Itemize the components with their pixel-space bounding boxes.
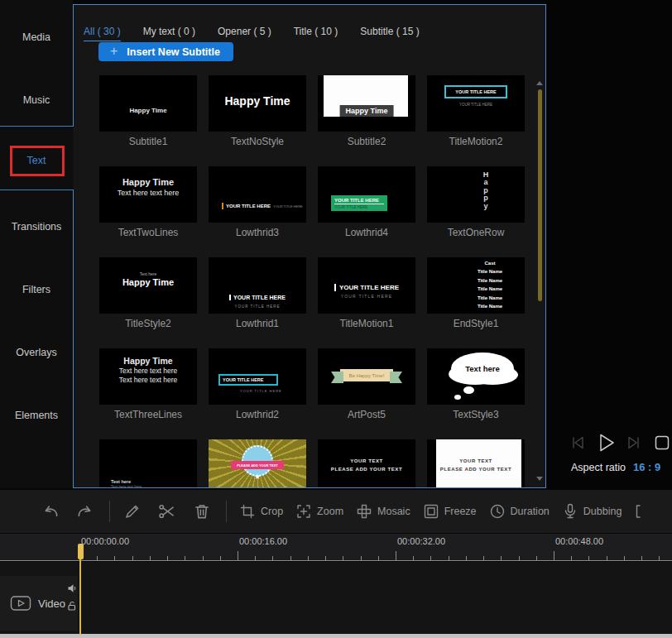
text-style-item-lowthrid3[interactable]: YOUR TITLE HERE YOUR TITLE HERE Lowthrid… [209,166,306,241]
zoom-label: Zoom [317,506,343,517]
text-style-label: TextThreeLines [99,409,197,420]
text-style-item-texttwolines[interactable]: Happy Time Text here text here TextTwoLi… [99,166,197,241]
freeze-button[interactable]: Freeze [422,502,477,520]
text-style-item-endstyle1[interactable]: Cast Title Name Title Name Title Name Ti… [427,257,525,332]
mosaic-button[interactable]: Mosaic [355,502,410,520]
text-style-item-row5-4[interactable]: YOUR TEXT PLEASE ADD YOUR TEXT [427,439,525,488]
preview-subtext: YOUR TITLE HERE [334,205,384,209]
panel-border-gap [73,127,74,189]
edit-text-button[interactable] [122,501,143,521]
zoom-button[interactable]: Zoom [295,502,343,520]
text-style-item-titlemotion1[interactable]: YOUR TITLE HERE YOUR TITLE HERE TitleMot… [318,257,415,332]
thumbnail: Happy [427,166,525,223]
text-style-item-row5-3[interactable]: YOUR TEXT PLEASE ADD YOUR TEXT [318,439,415,488]
video-clip-icon [10,595,31,612]
delete-button[interactable] [191,501,213,521]
text-style-item-row5-1[interactable]: Text here Text here text here [99,439,197,488]
next-frame-button[interactable] [624,434,642,452]
text-style-item-textnostyle[interactable]: Happy Time TextNoStyle [209,75,306,150]
speaker-icon[interactable] [67,583,77,593]
preview-text: Cast [463,261,516,266]
star-icon [254,473,261,481]
thumbnail: YOUR TEXT PLEASE ADD YOUR TEXT [427,439,525,488]
preview-text: Happy Time [340,105,394,117]
freeze-icon [422,502,440,520]
thumbnail: YOUR TITLE HERE YOUR TITLE HERE [209,166,306,223]
play-button[interactable] [594,431,617,454]
clipped-toolbar-button[interactable] [633,502,651,520]
thought-bubble: Text here [451,353,514,384]
preview-subtext: YOUR TITLE HERE [273,204,303,209]
sidebar-item-elements[interactable]: Elements [0,410,73,421]
preview-subtext: Text here text here [99,189,197,197]
text-style-item-subtitle2[interactable]: Happy Time Subtitle2 [318,75,415,150]
edit-toolbar: Crop Zoom Mosaic Freeze Du [0,490,672,533]
thumbnail: Happy Time Text here text here [99,166,197,223]
scroll-up-arrow-icon[interactable] [535,79,545,86]
horizontal-scrollbar[interactable] [0,634,672,638]
video-track-header: Video [0,576,78,631]
tab-my-text[interactable]: My text ( 0 ) [143,26,195,41]
timeline-ruler[interactable]: 00:00:00.00 00:00:16.00 00:00:32.00 00:0… [0,534,672,561]
scrollbar-thumb[interactable] [538,89,542,301]
sidebar-item-transitions[interactable]: Transitions [0,221,73,233]
unlock-icon[interactable] [67,601,77,611]
track-controls [67,583,77,611]
text-style-item-textthreelines[interactable]: Happy Time Text here text here Text here… [99,348,197,423]
undo-button[interactable] [40,501,61,521]
freeze-label: Freeze [444,506,477,517]
text-style-item-textstyle3[interactable]: Text here TextStyle3 [427,348,525,423]
tab-title[interactable]: Title ( 10 ) [294,26,338,41]
sidebar-item-media[interactable]: Media [0,31,73,43]
playhead-handle[interactable] [78,544,84,559]
insert-new-subtitle-button[interactable]: + Insert New Subtitle [98,42,233,61]
playback-controls [569,431,670,454]
text-style-item-lowthrid4[interactable]: YOUR TITLE HERE YOUR TITLE HERE Lowthrid… [318,166,415,241]
tab-opener[interactable]: Opener ( 5 ) [218,26,271,41]
text-style-item-lowthrid2[interactable]: YOUR TITLE HERE YOUR TITLE HERE Lowthrid… [209,348,306,423]
text-style-label: ArtPost5 [318,409,415,420]
scroll-down-arrow-icon[interactable] [535,475,545,482]
credit-row: Title Name [463,276,516,285]
text-style-label: Lowthrid1 [209,318,306,329]
thumbnail: Text here Happy Time [99,257,197,314]
toolbar-divider [109,501,110,522]
previous-frame-button[interactable] [569,434,588,452]
preview-subtext: Text here text here [99,376,197,384]
sidebar-item-overlays[interactable]: Overlays [0,347,73,358]
aspect-ratio-value[interactable]: 16 : 9 [633,461,660,473]
preview-title-box: YOUR TITLE HERE [444,85,507,98]
preview-title-box: YOUR TITLE HERE YOUR TITLE HERE [331,195,387,211]
stop-button[interactable] [654,434,670,451]
preview-title-box: YOUR TITLE HERE [218,374,278,386]
preview-text: Text here [465,364,500,373]
preview-text: YOUR TITLE HERE [334,284,399,291]
sidebar-item-music[interactable]: Music [0,94,73,106]
duration-button[interactable]: Duration [488,502,550,520]
tab-all[interactable]: All ( 30 ) [84,26,121,41]
preview-subtext: Text here text here [99,367,197,375]
text-style-item-textonerow[interactable]: Happy TextOneRow [427,166,525,241]
redo-button[interactable] [74,501,96,521]
text-style-label: TextNoStyle [209,136,306,147]
text-style-item-artpost5[interactable]: Be Happy Time! ArtPost5 [318,348,415,423]
aspect-ratio-label: Aspect ratio [571,462,626,473]
accent-bar [222,203,223,209]
text-style-item-lowthrid1[interactable]: YOUR TITLE HERE YOUR TITLE HERE Lowthrid… [209,257,306,332]
text-style-item-titlestyle2[interactable]: Text here Happy Time TitleStyle2 [99,257,197,332]
text-style-item-subtitle1[interactable]: Happy Time Subtitle1 [99,75,197,150]
sidebar-item-filters[interactable]: Filters [0,284,73,295]
ribbon-end [331,372,343,383]
tab-subtitle[interactable]: Subtitle ( 15 ) [360,26,419,41]
video-track-label: Video [38,597,65,610]
crop-button[interactable]: Crop [238,502,283,520]
text-style-item-titlemotion2[interactable]: YOUR TITLE HERE YOUR TITLE HERE TitleMot… [427,75,525,150]
mosaic-icon [355,502,373,520]
text-style-label: Subtitle1 [99,136,197,147]
edit-pencil-icon [122,501,142,521]
text-style-item-row5-2[interactable]: PLEASE ADD YOUR TEXT [209,439,306,488]
text-style-label: TextStyle3 [427,409,525,420]
cut-button[interactable] [156,501,178,521]
dubbing-button[interactable]: Dubbing [561,502,622,520]
preview-text: Text here [111,479,142,484]
